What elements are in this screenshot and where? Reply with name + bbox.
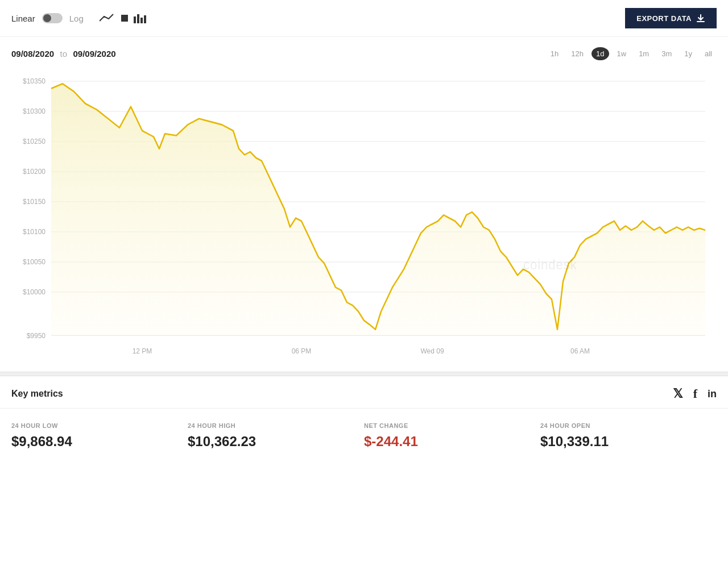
metric-24h-open-value: $10,339.11 [540, 434, 705, 450]
metric-24h-high-label: 24 HOUR HIGH [188, 422, 353, 429]
svg-text:$10000: $10000 [23, 288, 46, 296]
twitter-icon[interactable]: 𝕏 [673, 386, 683, 401]
svg-text:12 PM: 12 PM [133, 347, 152, 355]
log-label: Log [69, 14, 84, 23]
chart-section: 09/08/2020 to 09/09/2020 1h 12h 1d 1w 1m… [0, 37, 728, 372]
line-chart-icon[interactable] [100, 13, 115, 23]
chart-type-icons [100, 13, 146, 23]
svg-text:$10050: $10050 [23, 258, 46, 266]
key-metrics-header: Key metrics 𝕏 f in [0, 376, 728, 409]
metrics-row: 24 HOUR LOW $9,868.94 24 HOUR HIGH $10,3… [0, 409, 728, 463]
svg-rect-2 [140, 18, 143, 23]
svg-rect-0 [134, 16, 136, 23]
filter-all[interactable]: all [700, 47, 717, 60]
filter-1h[interactable]: 1h [546, 47, 563, 60]
svg-rect-3 [144, 15, 146, 23]
date-range-to: to [60, 49, 68, 59]
key-metrics-section: Key metrics 𝕏 f in 24 HOUR LOW $9,868.94… [0, 376, 728, 463]
export-button-label: EXPORT DATA [636, 14, 692, 23]
svg-text:$10300: $10300 [23, 107, 46, 115]
metric-24h-high: 24 HOUR HIGH $10,362.23 [188, 422, 364, 450]
date-range: 09/08/2020 to 09/09/2020 [11, 49, 116, 59]
date-range-end: 09/09/2020 [73, 49, 116, 59]
export-data-button[interactable]: EXPORT DATA [625, 8, 717, 28]
linear-label: Linear [11, 14, 35, 23]
chart-dot-toggle[interactable] [121, 15, 128, 22]
metric-24h-open-label: 24 HOUR OPEN [540, 422, 705, 429]
metric-24h-open: 24 HOUR OPEN $10,339.11 [540, 422, 717, 450]
filter-1d[interactable]: 1d [592, 47, 609, 60]
svg-text:$10100: $10100 [23, 228, 46, 236]
svg-text:$10200: $10200 [23, 168, 46, 176]
svg-text:coindesk: coindesk [523, 257, 577, 272]
filter-1y[interactable]: 1y [680, 47, 697, 60]
svg-text:06 AM: 06 AM [570, 347, 590, 355]
bar-chart-icon[interactable] [134, 13, 146, 23]
filter-1w[interactable]: 1w [613, 47, 631, 60]
time-filters: 1h 12h 1d 1w 1m 3m 1y all [546, 47, 717, 60]
key-metrics-title: Key metrics [11, 389, 63, 399]
svg-text:Wed 09: Wed 09 [420, 347, 444, 355]
svg-text:$10250: $10250 [23, 138, 46, 145]
filter-3m[interactable]: 3m [657, 47, 676, 60]
date-range-from: 09/08/2020 [11, 49, 54, 59]
top-bar: Linear Log EXPORT DATA [0, 0, 728, 37]
date-range-row: 09/08/2020 to 09/09/2020 1h 12h 1d 1w 1m… [0, 37, 728, 65]
svg-text:$10350: $10350 [23, 77, 46, 85]
chart-container: $10350 $10300 $10250 $10200 $10150 $1010… [0, 65, 728, 372]
svg-text:$10150: $10150 [23, 198, 46, 206]
metric-net-change-label: NET CHANGE [364, 422, 529, 429]
top-bar-left: Linear Log [11, 13, 146, 23]
svg-text:06 PM: 06 PM [292, 347, 312, 355]
social-icons: 𝕏 f in [673, 386, 717, 401]
metric-24h-high-value: $10,362.23 [188, 434, 353, 450]
filter-12h[interactable]: 12h [566, 47, 588, 60]
metric-24h-low: 24 HOUR LOW $9,868.94 [11, 422, 188, 450]
svg-text:$9950: $9950 [27, 331, 46, 339]
linkedin-icon[interactable]: in [708, 388, 717, 400]
metric-net-change: NET CHANGE $-244.41 [364, 422, 540, 450]
filter-1m[interactable]: 1m [634, 47, 653, 60]
price-chart-svg: $10350 $10300 $10250 $10200 $10150 $1010… [11, 70, 717, 372]
metric-24h-low-label: 24 HOUR LOW [11, 422, 176, 429]
metric-net-change-value: $-244.41 [364, 434, 529, 450]
svg-rect-1 [137, 14, 139, 23]
metric-24h-low-value: $9,868.94 [11, 434, 176, 450]
facebook-icon[interactable]: f [693, 386, 697, 401]
linear-log-toggle[interactable] [42, 13, 63, 23]
toggle-knob [43, 14, 51, 22]
download-icon [696, 14, 705, 23]
